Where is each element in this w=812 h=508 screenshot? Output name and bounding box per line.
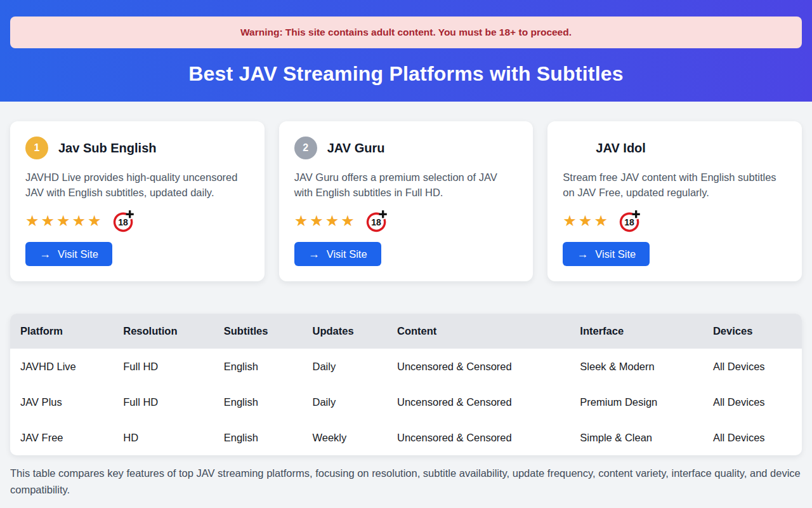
- table-row: JAVHD LiveFull HDEnglishDailyUncensored …: [10, 349, 802, 384]
- column-header-interface: Interface: [570, 314, 703, 349]
- rating-row: ★★★ 18: [563, 209, 787, 233]
- platform-name: JAV Guru: [327, 141, 385, 156]
- table-cell: Weekly: [302, 420, 387, 455]
- table-row: JAV FreeHDEnglishWeeklyUncensored & Cens…: [10, 420, 802, 455]
- table-cell: English: [214, 384, 303, 420]
- main-content: 1 Jav Sub English JAVHD Live provides hi…: [0, 121, 812, 498]
- svg-text:18: 18: [624, 217, 634, 227]
- visit-site-button[interactable]: → Visit Site: [294, 242, 381, 266]
- table-cell: English: [214, 349, 303, 384]
- table-cell: Premium Design: [570, 384, 703, 420]
- card-header: JAV Idol: [563, 137, 787, 159]
- page-title: Best JAV Streaming Platforms with Subtit…: [10, 62, 802, 86]
- platform-description: JAVHD Live provides high-quality uncenso…: [25, 170, 249, 201]
- rank-badge: 1: [25, 137, 48, 159]
- 18-plus-icon: 18: [618, 209, 642, 233]
- platform-description: JAV Guru offers a premium selection of J…: [294, 170, 518, 201]
- page-header: Warning: This site contains adult conten…: [0, 0, 812, 102]
- table-cell: Uncensored & Censored: [387, 420, 570, 455]
- arrow-right-icon: →: [308, 248, 320, 260]
- platform-cards-row: 1 Jav Sub English JAVHD Live provides hi…: [10, 121, 802, 281]
- table-cell: Simple & Clean: [570, 420, 703, 455]
- column-header-updates: Updates: [302, 314, 387, 349]
- platform-card: 1 Jav Sub English JAVHD Live provides hi…: [10, 121, 265, 281]
- arrow-right-icon: →: [39, 248, 51, 260]
- table-cell: English: [214, 420, 303, 455]
- column-header-subtitles: Subtitles: [214, 314, 303, 349]
- comparison-table: PlatformResolutionSubtitlesUpdatesConten…: [10, 314, 802, 455]
- table-cell: Daily: [302, 349, 387, 384]
- star-rating-icon: ★★★★: [294, 213, 357, 229]
- warning-text: Warning: This site contains adult conten…: [240, 27, 572, 38]
- platform-card: 2 JAV Guru JAV Guru offers a premium sel…: [279, 121, 534, 281]
- table-cell: JAV Free: [10, 420, 113, 455]
- visit-site-label: Visit Site: [327, 248, 367, 260]
- table-cell: Full HD: [113, 349, 213, 384]
- table-cell: Full HD: [113, 384, 213, 420]
- column-header-content: Content: [387, 314, 570, 349]
- star-rating-icon: ★★★: [563, 213, 610, 229]
- column-header-resolution: Resolution: [113, 314, 213, 349]
- column-header-platform: Platform: [10, 314, 113, 349]
- rating-row: ★★★★ 18: [294, 209, 518, 233]
- platform-name: JAV Idol: [596, 141, 646, 156]
- visit-site-label: Visit Site: [58, 248, 98, 260]
- svg-text:18: 18: [118, 217, 128, 227]
- table-cell: Uncensored & Censored: [387, 349, 570, 384]
- arrow-right-icon: →: [577, 248, 588, 260]
- star-rating-icon: ★★★★★: [25, 213, 103, 229]
- table-cell: HD: [113, 420, 213, 455]
- 18-plus-icon: 18: [112, 209, 136, 233]
- rank-badge: 2: [294, 137, 317, 159]
- platform-card: JAV Idol Stream free JAV content with En…: [547, 121, 802, 281]
- comparison-table-container: PlatformResolutionSubtitlesUpdatesConten…: [10, 314, 802, 455]
- table-cell: All Devices: [703, 384, 802, 420]
- card-header: 1 Jav Sub English: [25, 137, 249, 159]
- table-cell: JAVHD Live: [10, 349, 113, 384]
- table-cell: All Devices: [703, 349, 802, 384]
- table-cell: Sleek & Modern: [570, 349, 703, 384]
- table-cell: Daily: [302, 384, 387, 420]
- table-cell: All Devices: [703, 420, 802, 455]
- table-caption: This table compares key features of top …: [10, 465, 802, 498]
- visit-site-label: Visit Site: [595, 248, 636, 260]
- svg-text:18: 18: [371, 217, 381, 227]
- platform-description: Stream free JAV content with English sub…: [563, 170, 787, 201]
- platform-name: Jav Sub English: [58, 141, 156, 156]
- rating-row: ★★★★★ 18: [25, 209, 249, 233]
- 18-plus-icon: 18: [365, 209, 389, 233]
- visit-site-button[interactable]: → Visit Site: [563, 242, 650, 266]
- adult-warning-banner: Warning: This site contains adult conten…: [10, 17, 802, 48]
- table-cell: JAV Plus: [10, 384, 113, 420]
- table-header-row: PlatformResolutionSubtitlesUpdatesConten…: [10, 314, 802, 349]
- visit-site-button[interactable]: → Visit Site: [25, 242, 112, 266]
- column-header-devices: Devices: [703, 314, 802, 349]
- card-header: 2 JAV Guru: [294, 137, 518, 159]
- table-cell: Uncensored & Censored: [387, 384, 570, 420]
- table-row: JAV PlusFull HDEnglishDailyUncensored & …: [10, 384, 802, 420]
